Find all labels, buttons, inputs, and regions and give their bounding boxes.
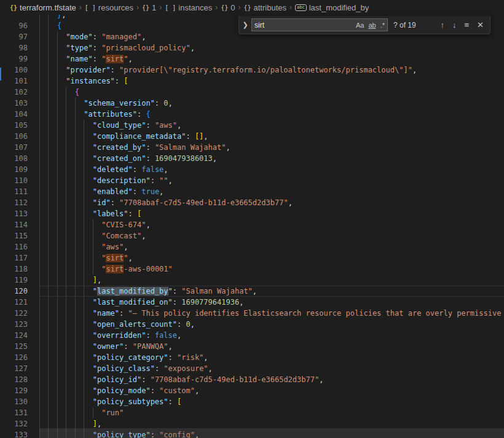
code-line[interactable]: 99"name": "sirt", bbox=[0, 53, 504, 65]
code-line[interactable]: 105"cloud_type": "aws", bbox=[0, 120, 504, 131]
code-line[interactable]: 103"schema_version": 0, bbox=[0, 98, 504, 109]
code-line[interactable]: 116"aws", bbox=[0, 241, 504, 252]
whole-word-icon[interactable]: ab bbox=[368, 21, 376, 29]
code-line[interactable]: 126"policy_category": "risk", bbox=[0, 352, 504, 363]
code-token: "last_modified_on" bbox=[93, 298, 173, 307]
indent-guides bbox=[39, 197, 93, 208]
breadcrumb-item[interactable]: {}attributes bbox=[243, 3, 286, 12]
code-line[interactable]: 117"sirt", bbox=[0, 252, 504, 264]
code-token: "Comcast" bbox=[101, 232, 141, 240]
find-input-box: Aa ab .* bbox=[251, 18, 388, 31]
code-line[interactable]: 123"open_alerts_count": 0, bbox=[0, 319, 504, 330]
code-line[interactable]: 120"last_modified_by": "Salman Wajahat", bbox=[0, 286, 504, 297]
editor[interactable]: },96{97"mode": "managed",98"type": "pris… bbox=[0, 15, 504, 438]
code-line[interactable]: 131"run" bbox=[0, 407, 504, 418]
code-token: , bbox=[213, 154, 217, 163]
breadcrumb-item[interactable]: [ ]instances bbox=[165, 3, 212, 12]
code-line-content: "name": "– This policy identifies Elasti… bbox=[39, 308, 504, 319]
code-line[interactable]: 127"policy_class": "exposure", bbox=[0, 363, 504, 374]
breadcrumb-item[interactable]: {}terraform.tfstate bbox=[10, 3, 76, 12]
code-line[interactable]: 124"overridden": false, bbox=[0, 330, 504, 341]
indent-guides bbox=[39, 20, 57, 31]
code-line[interactable]: 110"description": "", bbox=[0, 175, 504, 186]
code-token: "policy_subtypes" bbox=[93, 397, 168, 406]
next-match-icon[interactable]: ↓ bbox=[452, 20, 457, 30]
code-token: "id" bbox=[93, 198, 111, 207]
code-line[interactable]: 128"policy_id": "7708abaf-c7d5-49ed-b11d… bbox=[0, 374, 504, 385]
code-line[interactable]: 130"policy_subtypes": [ bbox=[0, 396, 504, 407]
code-line[interactable]: 125"owner": "PANWQA", bbox=[0, 341, 504, 352]
code-token: "custom" bbox=[159, 386, 195, 395]
code-line[interactable]: 118"sirt-aws-00001" bbox=[0, 264, 504, 275]
code-token: , bbox=[128, 55, 133, 63]
close-icon[interactable]: ✕ bbox=[477, 20, 484, 30]
code-token: [ bbox=[137, 209, 141, 218]
breadcrumb-label: last_modified_by bbox=[309, 3, 369, 12]
code-line-content: "sirt", bbox=[39, 252, 504, 264]
code-line[interactable]: 101"instances": [ bbox=[0, 76, 504, 87]
find-results-count: ? of 19 bbox=[393, 21, 416, 29]
code-line[interactable]: 100"provider": "provider[\"registry.terr… bbox=[0, 65, 504, 76]
code-line[interactable]: 113"labels": [ bbox=[0, 208, 504, 219]
code-token: : bbox=[115, 77, 124, 85]
code-line[interactable]: 129"policy_mode": "custom", bbox=[0, 385, 504, 396]
toggle-replace-chevron-icon[interactable]: ❯ bbox=[240, 21, 250, 29]
code-line-content: "name": "sirt", bbox=[39, 53, 504, 65]
match-case-icon[interactable]: Aa bbox=[356, 21, 364, 29]
code-token: "aws" bbox=[101, 243, 124, 251]
previous-match-icon[interactable]: ↑ bbox=[441, 20, 445, 30]
code-line[interactable]: 106"compliance_metadata": [], bbox=[0, 131, 504, 142]
code-token: , bbox=[61, 15, 66, 19]
code-token: : bbox=[119, 309, 128, 318]
indent-guides bbox=[39, 297, 93, 308]
code-line[interactable]: 121"last_modified_on": 1690779641936, bbox=[0, 297, 504, 308]
code-line[interactable]: 108"created_on": 1690479386013, bbox=[0, 153, 504, 164]
regex-icon[interactable]: .* bbox=[380, 21, 385, 29]
code-line-content: "policy_subtypes": [ bbox=[39, 396, 504, 407]
breadcrumb-item[interactable]: [ ]resources bbox=[85, 3, 133, 12]
code-token: "policy_id" bbox=[93, 375, 141, 384]
code-line[interactable]: 107"created_by": "Salman Wajahat", bbox=[0, 142, 504, 153]
line-number: 98 bbox=[0, 42, 28, 53]
code-token: "schema_version" bbox=[84, 99, 155, 108]
breadcrumb-item[interactable]: {}1 bbox=[142, 3, 156, 12]
word-highlight: last_modified_by bbox=[97, 287, 168, 295]
code-line-content: "last_modified_on": 1690779641936, bbox=[39, 297, 504, 308]
find-in-selection-icon[interactable]: ≡ bbox=[465, 20, 470, 30]
code-line[interactable]: 114"CVIS-674", bbox=[0, 219, 504, 230]
breadcrumb: {}terraform.tfstate›[ ]resources›{}1›[ ]… bbox=[0, 0, 504, 15]
code-line[interactable]: 112"id": "7708abaf-c7d5-49ed-b11d-e3665d… bbox=[0, 197, 504, 208]
code-line[interactable]: 109"deleted": false, bbox=[0, 164, 504, 175]
code-line-content: { bbox=[39, 87, 504, 98]
code-line[interactable]: 122"name": "– This policy identifies Ela… bbox=[0, 308, 504, 319]
code-line[interactable]: 115"Comcast", bbox=[0, 230, 504, 241]
line-number: 112 bbox=[0, 197, 28, 208]
code-token: , bbox=[159, 187, 163, 196]
code-token: : bbox=[168, 353, 177, 362]
find-input[interactable] bbox=[254, 21, 353, 29]
code-line[interactable]: 104"attributes": { bbox=[0, 109, 504, 120]
code-line[interactable]: 111"enabled": true, bbox=[0, 186, 504, 197]
code-line[interactable]: 102{ bbox=[0, 87, 504, 98]
code-line-content: "CVIS-674", bbox=[39, 219, 504, 230]
code-line[interactable]: 98"type": "prismacloud_policy", bbox=[0, 42, 504, 53]
code-token: : bbox=[146, 154, 154, 163]
breadcrumb-item[interactable]: {}0 bbox=[221, 3, 235, 12]
code-token: , bbox=[319, 375, 323, 384]
code-line-content: "description": "", bbox=[39, 175, 504, 186]
code-token: "– This policy identifies Elasticsearch … bbox=[128, 309, 502, 318]
code-line-content: "policy_class": "exposure", bbox=[39, 363, 504, 374]
object-icon: {} bbox=[142, 4, 149, 11]
line-number: 129 bbox=[0, 385, 28, 396]
code-token: , bbox=[177, 331, 181, 340]
code-token: 0 bbox=[163, 99, 168, 108]
code-token: "overridden" bbox=[93, 331, 146, 340]
code-token: , bbox=[412, 66, 417, 74]
indent-guides bbox=[39, 109, 84, 120]
code-line-content: "last_modified_by": "Salman Wajahat", bbox=[39, 286, 504, 297]
code-token: , bbox=[203, 353, 208, 362]
code-line[interactable]: 119], bbox=[0, 275, 504, 286]
code-token: " bbox=[124, 55, 128, 63]
horizontal-scrollbar[interactable] bbox=[39, 428, 504, 438]
breadcrumb-item[interactable]: abclast_modified_by bbox=[295, 3, 369, 12]
